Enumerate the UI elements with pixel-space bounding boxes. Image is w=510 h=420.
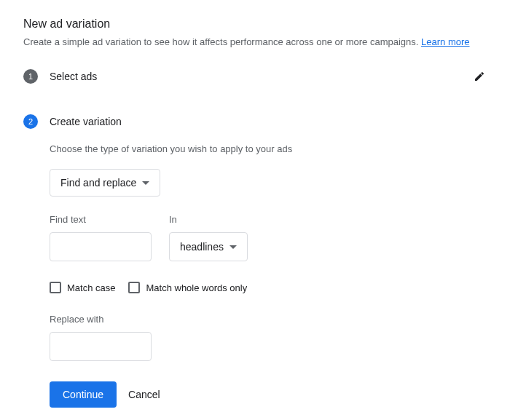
caret-down-icon [230,245,237,249]
step-2-title: Create variation [50,116,122,127]
variation-type-value: Find and replace [60,177,136,189]
variation-type-select[interactable]: Find and replace [50,169,160,197]
checkbox-row: Match case Match whole words only [50,282,487,293]
step-1-edit-button[interactable] [472,69,487,84]
button-row: Continue Cancel [50,381,487,408]
step-2-row: 2 Create variation [23,110,487,133]
step-1-row: 1 Select ads [23,65,487,88]
caret-down-icon [142,181,149,185]
step-2-content: Choose the type of variation you wish to… [50,133,487,420]
find-text-label: Find text [50,214,152,225]
in-group: In headlines [169,214,248,261]
page-title: New ad variation [23,17,487,31]
in-select-value: headlines [180,241,224,253]
replace-input[interactable] [50,332,152,361]
match-whole-checkbox[interactable]: Match whole words only [128,282,247,293]
learn-more-link[interactable]: Learn more [421,36,469,47]
pencil-icon [474,71,485,82]
match-whole-label: Match whole words only [146,282,247,293]
step-1-badge: 1 [23,69,38,84]
step-1-title: Select ads [50,71,97,82]
replace-group: Replace with [50,314,487,361]
step-2-description: Choose the type of variation you wish to… [50,143,487,154]
in-select[interactable]: headlines [169,232,248,261]
step-2-badge: 2 [23,114,38,129]
in-label: In [169,214,248,225]
find-text-group: Find text [50,214,152,261]
match-case-checkbox[interactable]: Match case [50,282,115,293]
page-subtitle: Create a simple ad variation to see how … [23,36,487,47]
replace-label: Replace with [50,314,487,325]
match-case-label: Match case [67,282,115,293]
find-in-row: Find text In headlines [50,214,487,261]
cancel-button[interactable]: Cancel [128,389,160,400]
checkbox-icon [128,282,140,293]
checkbox-icon [50,282,61,293]
find-text-input[interactable] [50,232,152,261]
continue-button[interactable]: Continue [50,381,117,408]
subtitle-text: Create a simple ad variation to see how … [23,36,421,47]
